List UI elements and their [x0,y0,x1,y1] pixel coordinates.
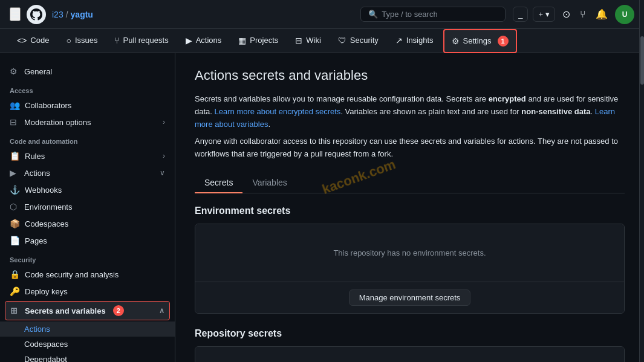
sidebar-deploy-keys-label: Deploy keys [25,287,68,296]
main-content: Actions secrets and variables Secrets an… [175,53,644,362]
sidebar: ⚙ General Access 👥 Collaborators ⊟ Moder… [0,53,175,362]
tab-insights-label: Insights [406,36,434,45]
tab-issues-label: Issues [75,36,98,45]
tab-actions[interactable]: ▶ Actions [178,29,229,53]
chevron-right-icon: › [163,118,165,126]
notifications-button[interactable]: 🔔 [593,6,610,22]
sidebar-item-deploy-keys[interactable]: 🔑 Deploy keys [0,283,175,300]
chevron-down-icon: ▾ [545,10,550,19]
sidebar-item-pages[interactable]: 📄 Pages [0,232,175,249]
tab-actions-label: Actions [196,36,222,45]
plus-icon: + [538,10,543,19]
secrets-badge: 2 [113,305,124,316]
learn-secrets-link[interactable]: Learn more about encrypted secrets [215,107,341,116]
sidebar-sub-dependabot[interactable]: Dependabot [0,352,175,362]
tab-security-label: Security [350,36,379,45]
actions-icon: ▶ [186,36,192,45]
tab-secrets[interactable]: Secrets [195,173,242,193]
code-security-icon: 🔒 [10,270,20,279]
actions-sidebar-icon: ▶ [10,168,19,178]
sidebar-actions-label: Actions [24,169,50,178]
sidebar-sub-codespaces[interactable]: Codespaces [0,337,175,352]
pullrequest-button[interactable]: ⑂ [577,7,588,22]
code-icon: <> [17,36,27,45]
sidebar-rules-label: Rules [25,152,45,161]
search-bar[interactable]: 🔍 Type / to search [360,7,506,22]
gear-icon: ⚙ [10,66,19,76]
info-text: Anyone with collaborator access to this … [195,135,625,161]
sidebar-environments-label: Environments [24,202,72,212]
sidebar-moderation-label: Moderation options [24,118,91,127]
path-separator: / [66,10,68,19]
env-secrets-empty: This repository has no environment secre… [195,224,624,282]
sidebar-section-code-automation: Code and automation [0,131,175,147]
sidebar-item-environments[interactable]: ⬡ Environments [0,198,175,215]
sidebar-item-secrets-variables[interactable]: ⊞ Secrets and variables 2 ∧ [5,301,170,320]
repo-tabs: <> Code ○ Issues ⑂ Pull requests ▶ Actio… [0,29,644,53]
secrets-tab-label: Secrets [204,178,233,187]
tab-projects[interactable]: ▦ Projects [231,29,285,53]
tab-security[interactable]: 🛡 Security [331,29,386,53]
sidebar-item-collaborators[interactable]: 👥 Collaborators [0,97,175,114]
environments-icon: ⬡ [10,202,19,212]
top-navigation: ☰ i23 / yagtu 🔍 Type / to search _ + ▾ ⊙… [0,0,644,29]
nav-right: _ + ▾ ⊙ ⑂ 🔔 U [513,5,634,24]
tab-wiki[interactable]: ⊟ Wiki [288,29,328,53]
tab-issues[interactable]: ○ Issues [59,29,105,53]
sidebar-section-security: Security [0,249,175,266]
sidebar-item-moderation[interactable]: ⊟ Moderation options › [0,114,175,131]
search-placeholder: Type / to search [382,10,438,19]
search-icon: 🔍 [368,10,378,19]
chevron-down-icon-2: ∨ [160,169,165,177]
pr-tab-icon: ⑂ [114,36,119,45]
pages-icon: 📄 [10,236,20,245]
key-icon: 🔑 [10,286,20,296]
sidebar-webhooks-label: Webhooks [25,186,62,195]
description-text: Secrets and variables allow you to manag… [195,93,625,131]
tab-settings-label: Settings [463,36,492,45]
env-secrets-empty-text: This repository has no environment secre… [333,248,486,257]
tab-pullrequests-label: Pull requests [123,36,168,45]
sidebar-sub-actions[interactable]: Actions [0,322,175,337]
sidebar-item-general[interactable]: ⚙ General [0,63,175,80]
new-button[interactable]: + ▾ [533,7,555,22]
page-title: Actions secrets and variables [195,68,625,83]
scrollbar-track[interactable] [639,0,644,362]
avatar[interactable]: U [615,5,634,24]
reponame[interactable]: yagtu [71,10,93,19]
tab-insights[interactable]: ↗ Insights [388,29,441,53]
hamburger-button[interactable]: ☰ [10,7,21,21]
sidebar-code-security-label: Code security and analysis [25,270,119,279]
inbox-button[interactable]: ⊙ [560,6,573,22]
projects-icon: ▦ [238,36,246,45]
tab-pullrequests[interactable]: ⑂ Pull requests [107,29,175,53]
sidebar-pages-label: Pages [25,236,47,245]
terminal-button[interactable]: _ [513,7,528,22]
scrollbar-thumb[interactable] [640,36,644,85]
secrets-icon: ⊞ [10,306,20,315]
sidebar-item-actions[interactable]: ▶ Actions ∨ [0,164,175,181]
variables-tab-label: Variables [252,178,287,187]
people-icon: 👥 [10,100,20,110]
tab-settings[interactable]: ⚙ Settings 1 [443,29,517,53]
tab-variables[interactable]: Variables [242,173,296,193]
codespaces-icon: 📦 [10,219,20,228]
issues-icon: ○ [66,36,71,45]
pr-icon: ⑂ [580,9,586,19]
sidebar-item-codespaces[interactable]: 📦 Codespaces [0,215,175,232]
sidebar-collaborators-label: Collaborators [25,101,71,110]
manage-env-button[interactable]: Manage environment secrets [349,289,471,306]
rules-icon: 📋 [10,151,20,161]
inbox-icon: ⊙ [562,9,570,19]
env-secrets-box: This repository has no environment secre… [195,224,625,314]
repo-path: i23 / yagtu [52,10,93,19]
sidebar-item-webhooks[interactable]: ⚓ Webhooks [0,181,175,198]
main-layout: ⚙ General Access 👥 Collaborators ⊟ Moder… [0,53,644,362]
repo-secrets-empty: This repository has no secrets. [195,347,624,362]
sidebar-item-code-security[interactable]: 🔒 Code security and analysis [0,266,175,283]
username[interactable]: i23 [52,10,63,19]
chevron-down-icon-3: ∧ [159,306,164,315]
tab-projects-label: Projects [250,36,278,45]
sidebar-item-rules[interactable]: 📋 Rules › [0,147,175,164]
tab-code[interactable]: <> Code [10,29,56,53]
